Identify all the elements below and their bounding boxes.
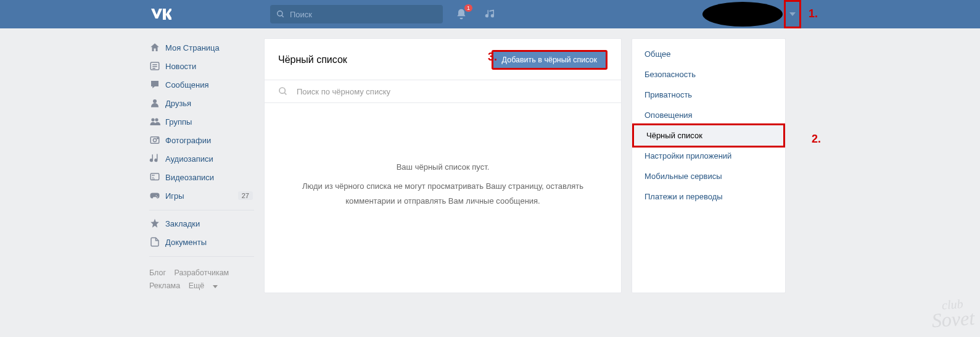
left-sidebar: Моя СтраницаНовостиСообщенияДрузьяГруппы… (149, 38, 254, 293)
nav-icon (149, 60, 165, 72)
page-title: Чёрный список (278, 54, 347, 65)
nav-separator (149, 256, 254, 257)
settings-menu: ОбщееБезопасностьПриватностьОповещенияЧё… (632, 38, 786, 293)
settings-item[interactable]: Чёрный список (632, 123, 785, 148)
notification-badge: 1 (464, 4, 472, 12)
settings-item[interactable]: Безопасность (632, 64, 785, 85)
svg-point-6 (153, 99, 157, 103)
search-icon (276, 10, 285, 19)
annotation-2: 2. (812, 133, 821, 146)
nav-label: Игры (165, 191, 184, 201)
settings-item[interactable]: Платежи и переводы (632, 186, 785, 207)
svg-point-13 (152, 175, 153, 176)
nav-icon (149, 236, 165, 248)
sidebar-item[interactable]: Новости (149, 57, 254, 75)
top-header: 1 (0, 0, 980, 28)
empty-description: Люди из чёрного списка не могут просматр… (289, 179, 596, 208)
nav-label: Друзья (165, 99, 191, 108)
nav-icon (149, 172, 165, 183)
nav-label: Документы (165, 238, 207, 247)
nav-label: Видеозаписи (165, 173, 214, 182)
nav-icon (149, 153, 165, 164)
sidebar-item[interactable]: Моя Страница (149, 38, 254, 57)
svg-point-8 (155, 118, 158, 121)
nav-icon (149, 135, 165, 146)
svg-point-11 (157, 138, 159, 139)
sidebar-item[interactable]: Закладки (149, 214, 254, 233)
sidebar-item[interactable]: Видеозаписи (149, 168, 254, 186)
profile-area (702, 0, 801, 28)
footer-dev[interactable]: Разработчикам (175, 268, 229, 277)
blacklist-search-input[interactable] (297, 87, 607, 96)
nav-label: Сообщения (165, 80, 209, 89)
profile-avatar[interactable] (702, 2, 783, 27)
nav-label: Закладки (165, 219, 200, 228)
svg-line-1 (282, 15, 284, 17)
settings-item[interactable]: Мобильные сервисы (632, 166, 785, 186)
music-icon[interactable] (485, 9, 496, 20)
empty-state: Ваш чёрный список пуст. Люди из чёрного … (265, 103, 621, 276)
svg-point-14 (154, 175, 154, 176)
nav-label: Аудиозаписи (165, 154, 213, 164)
sidebar-item[interactable]: Игры27 (149, 186, 254, 205)
svg-point-10 (153, 138, 156, 141)
annotation-3: 3. (488, 51, 497, 64)
sidebar-item[interactable]: Группы (149, 112, 254, 131)
nav-label: Фотографии (165, 136, 211, 145)
notifications-icon[interactable]: 1 (455, 8, 467, 20)
nav-icon (149, 98, 165, 109)
sidebar-item[interactable]: Документы (149, 233, 254, 251)
header-icons: 1 (455, 8, 496, 20)
chevron-down-icon (789, 12, 796, 16)
sidebar-item[interactable]: Фотографии (149, 131, 254, 149)
nav-icon (149, 116, 165, 127)
nav-label: Группы (165, 117, 192, 127)
settings-item[interactable]: Оповещения (632, 105, 785, 125)
footer-links: Блог Разработчикам Реклама Ещё (149, 267, 254, 293)
svg-line-16 (284, 93, 286, 94)
nav-count: 27 (238, 191, 253, 200)
nav-label: Новости (165, 62, 196, 71)
main-container: Моя СтраницаНовостиСообщенияДрузьяГруппы… (0, 28, 980, 293)
vk-logo[interactable] (149, 7, 171, 21)
main-panel: Чёрный список Добавить в чёрный список В… (264, 38, 622, 293)
main-header: Чёрный список Добавить в чёрный список (265, 39, 621, 80)
add-to-blacklist-button[interactable]: Добавить в чёрный список (492, 50, 607, 70)
header-search[interactable] (270, 5, 443, 23)
nav-icon (149, 42, 165, 53)
profile-dropdown-button[interactable] (784, 0, 801, 28)
nav-label: Моя Страница (165, 43, 220, 52)
settings-item[interactable]: Приватность (632, 85, 785, 105)
empty-title: Ваш чёрный список пуст. (289, 160, 596, 174)
nav-icon (149, 79, 165, 90)
settings-item[interactable]: Общее (632, 44, 785, 64)
nav-separator (149, 210, 254, 210)
svg-point-15 (279, 88, 285, 93)
footer-blog[interactable]: Блог (149, 268, 166, 277)
settings-item[interactable]: Настройки приложений (632, 146, 785, 166)
sidebar-item[interactable]: Аудиозаписи (149, 149, 254, 168)
svg-point-7 (151, 118, 154, 121)
footer-ads[interactable]: Реклама (149, 281, 180, 290)
nav-icon (149, 218, 165, 229)
svg-point-0 (278, 11, 282, 16)
footer-more[interactable]: Ещё (189, 281, 218, 290)
chevron-down-icon (213, 285, 218, 288)
header-search-input[interactable] (290, 10, 437, 19)
nav-icon (149, 190, 165, 201)
annotation-1: 1. (809, 7, 818, 20)
sidebar-item[interactable]: Сообщения (149, 75, 254, 94)
watermark: club Sovet (930, 293, 975, 333)
sidebar-item[interactable]: Друзья (149, 94, 254, 112)
search-icon (278, 86, 288, 96)
blacklist-search[interactable] (265, 80, 621, 103)
